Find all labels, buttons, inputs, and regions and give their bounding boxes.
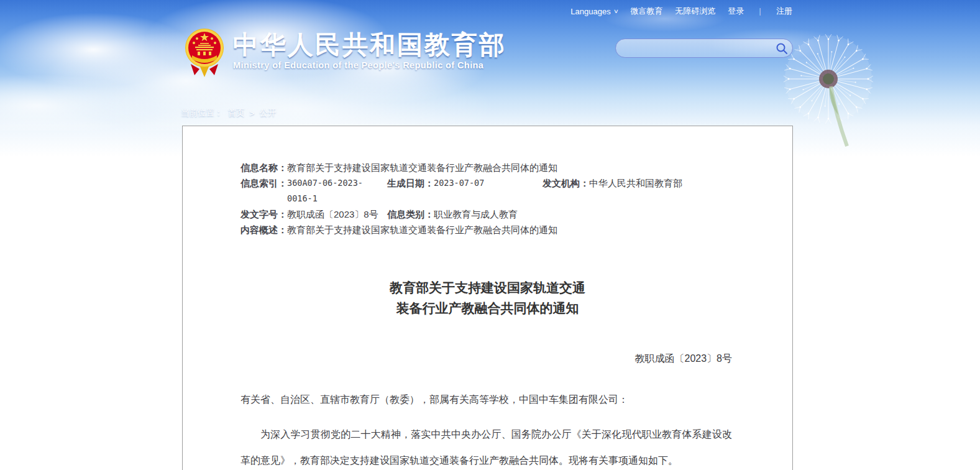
search-bar bbox=[615, 39, 793, 58]
search-input[interactable] bbox=[616, 39, 771, 57]
meta-date-label: 生成日期： bbox=[387, 175, 434, 206]
page: Languages ∨ 微言教育 无障碍浏览 登录 ｜ 注册 bbox=[0, 0, 980, 470]
weiyan-link[interactable]: 微言教育 bbox=[630, 6, 662, 17]
topbar-divider: ｜ bbox=[756, 6, 764, 17]
breadcrumb-label: 当前位置： bbox=[181, 108, 223, 119]
meta-date-value: 2023-07-07 bbox=[434, 175, 484, 206]
meta-agency-value: 中华人民共和国教育部 bbox=[589, 175, 682, 206]
accessibility-link[interactable]: 无障碍浏览 bbox=[675, 6, 715, 17]
top-utility-bar: Languages ∨ 微言教育 无障碍浏览 登录 ｜ 注册 bbox=[570, 6, 792, 17]
site-title: 中华人民共和国教育部 bbox=[233, 30, 506, 59]
register-link[interactable]: 注册 bbox=[776, 6, 792, 17]
meta-docno-value: 教职成函〔2023〕8号 bbox=[287, 206, 378, 222]
site-brand[interactable]: 中华人民共和国教育部 Ministry of Education of the … bbox=[185, 28, 506, 79]
meta-name-label: 信息名称： bbox=[240, 160, 287, 175]
document-title: 教育部关于支持建设国家轨道交通 装备行业产教融合共同体的通知 bbox=[183, 277, 792, 318]
meta-category-label: 信息类别： bbox=[387, 206, 434, 222]
meta-summary-label: 内容概述： bbox=[240, 222, 287, 237]
national-emblem-logo bbox=[185, 28, 224, 79]
document-title-line2: 装备行业产教融合共同体的通知 bbox=[183, 298, 792, 318]
languages-menu[interactable]: Languages ∨ bbox=[570, 7, 618, 16]
meta-row-name: 信息名称： 教育部关于支持建设国家轨道交通装备行业产教融合共同体的通知 bbox=[240, 160, 733, 175]
document-meta: 信息名称： 教育部关于支持建设国家轨道交通装备行业产教融合共同体的通知 信息索引… bbox=[240, 160, 733, 237]
document-salutation: 有关省、自治区、直辖市教育厅（教委），部属有关高等学校，中国中车集团有限公司： bbox=[240, 393, 733, 407]
document-paragraph-1: 为深入学习贯彻党的二十大精神，落实中共中央办公厅、国务院办公厅《关于深化现代职业… bbox=[240, 422, 732, 470]
login-link[interactable]: 登录 bbox=[728, 6, 744, 17]
document-card: 信息名称： 教育部关于支持建设国家轨道交通装备行业产教融合共同体的通知 信息索引… bbox=[182, 126, 793, 470]
dandelion-image bbox=[774, 22, 917, 155]
breadcrumb: 当前位置： 首页 > 公开 bbox=[181, 108, 276, 119]
languages-label: Languages bbox=[570, 7, 610, 16]
meta-docno-label: 发文字号： bbox=[240, 206, 287, 222]
document-title-line1: 教育部关于支持建设国家轨道交通 bbox=[183, 277, 792, 298]
breadcrumb-separator: > bbox=[250, 109, 255, 118]
meta-row-summary: 内容概述： 教育部关于支持建设国家轨道交通装备行业产教融合共同体的通知 bbox=[240, 222, 733, 237]
meta-summary-value: 教育部关于支持建设国家轨道交通装备行业产教融合共同体的通知 bbox=[287, 222, 557, 237]
meta-index-value: 360A07-06-2023-0016-1 bbox=[287, 175, 387, 206]
search-icon bbox=[776, 42, 788, 55]
meta-row-index-date-agency: 信息索引： 360A07-06-2023-0016-1 生成日期： 2023-0… bbox=[240, 175, 733, 206]
breadcrumb-home-link[interactable]: 首页 bbox=[228, 108, 245, 119]
meta-row-docno-category: 发文字号： 教职成函〔2023〕8号 信息类别： 职业教育与成人教育 bbox=[240, 206, 733, 222]
meta-category-value: 职业教育与成人教育 bbox=[434, 206, 518, 222]
brand-text: 中华人民共和国教育部 Ministry of Education of the … bbox=[233, 28, 506, 70]
site-subtitle: Ministry of Education of the People's Re… bbox=[233, 60, 506, 70]
document-number: 教职成函〔2023〕8号 bbox=[183, 352, 732, 366]
breadcrumb-section-link[interactable]: 公开 bbox=[259, 108, 276, 119]
meta-index-label: 信息索引： bbox=[240, 175, 287, 206]
meta-agency-label: 发文机构： bbox=[543, 175, 589, 206]
search-button[interactable] bbox=[771, 39, 792, 58]
chevron-down-icon: ∨ bbox=[613, 8, 618, 14]
meta-name-value: 教育部关于支持建设国家轨道交通装备行业产教融合共同体的通知 bbox=[287, 160, 557, 175]
